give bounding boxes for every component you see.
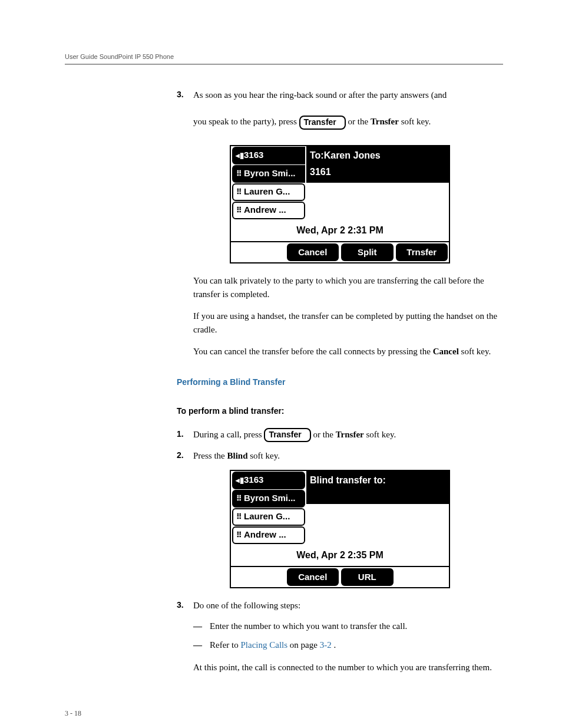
softkey-empty — [396, 568, 448, 587]
para-cancel: You can cancel the transfer before the c… — [193, 345, 503, 358]
blind-step-3: 3. Do one of the following steps: — [177, 599, 503, 612]
text: or the — [313, 430, 335, 439]
substep-refer: — Refer to Placing Calls on page 3-2 . — [193, 638, 503, 652]
text: Press the — [193, 451, 227, 460]
link-page-ref[interactable]: 3-2 — [320, 640, 332, 650]
transfer-hardkey: Transfer — [299, 116, 346, 130]
softkey-cancel[interactable]: Cancel — [287, 243, 339, 262]
text: As soon as you hear the ring-back sound … — [193, 90, 447, 100]
step-number: 2. — [177, 449, 193, 463]
phone-screen-blind: ◂▮ 3163 ⠿ Byron Smi... ⠿ Lauren G... ⠿ A… — [230, 470, 450, 589]
datetime: Wed, Apr 2 2:35 PM — [231, 545, 449, 566]
text: Enter the number to which you want to tr… — [210, 620, 407, 633]
contact-icon: ⠿ — [236, 529, 243, 541]
ext-label: 3163 — [244, 149, 263, 162]
step-number: 3. — [177, 599, 193, 612]
text: or the — [348, 117, 371, 126]
softkey-split[interactable]: Split — [341, 243, 394, 262]
blind-step-2: 2. Press the Blind soft key. — [177, 449, 503, 463]
contact-icon: ⠿ — [236, 511, 243, 523]
line-key-3[interactable]: ⠿ Andrew ... — [232, 202, 305, 219]
para-handset: If you are using a handset, the transfer… — [193, 309, 503, 336]
step-3: 3. As soon as you hear the ring-back sou… — [177, 88, 503, 138]
contact-icon: ⠿ — [236, 205, 243, 216]
softkey-trnsfer[interactable]: Trnsfer — [396, 243, 448, 262]
line-label: Lauren G... — [244, 510, 290, 523]
datetime: Wed, Apr 2 2:31 PM — [231, 220, 449, 241]
para-private-talk: You can talk privately to the party to w… — [193, 274, 503, 301]
softkey-name: Trnsfer — [336, 430, 364, 439]
speaker-icon: ◂▮ — [236, 150, 243, 162]
text: soft key. — [401, 117, 431, 126]
step-number: 1. — [177, 428, 193, 443]
text: Do one of the following steps: — [193, 601, 300, 610]
line-label: Byron Smi... — [244, 167, 296, 180]
line-key-2[interactable]: ⠿ Lauren G... — [232, 183, 305, 201]
line-key-3[interactable]: ⠿ Andrew ... — [232, 526, 305, 544]
subheading-perform: To perform a blind transfer: — [177, 405, 503, 417]
page-header: User Guide SoundPoint IP 550 Phone — [65, 53, 503, 65]
softkey-name: Blind — [227, 451, 248, 460]
softkey-url[interactable]: URL — [341, 568, 394, 587]
softkey-empty — [232, 568, 285, 587]
softkey-name: Trnsfer — [371, 117, 399, 126]
para-final: At this point, the call is connected to … — [193, 661, 503, 674]
softkey-empty — [232, 243, 285, 262]
call-header: Blind transfer to: — [306, 471, 449, 504]
text: on page — [290, 640, 320, 650]
line-key-ext[interactable]: ◂▮ 3163 — [232, 147, 305, 164]
dash-bullet: — — [193, 638, 210, 652]
text: soft key. — [461, 347, 491, 356]
line-key-1[interactable]: ⠿ Byron Smi... — [232, 490, 305, 508]
line-label: Byron Smi... — [244, 492, 296, 505]
dash-bullet: — — [193, 620, 210, 633]
line-key-1[interactable]: ⠿ Byron Smi... — [232, 165, 305, 183]
softkey-cancel[interactable]: Cancel — [287, 568, 339, 587]
text: you speak to the party), press — [193, 117, 299, 126]
phone-screen-transfer: ◂▮ 3163 ⠿ Byron Smi... ⠿ Lauren G... ⠿ A… — [230, 145, 450, 264]
heading-blind-transfer: Performing a Blind Transfer — [177, 376, 503, 388]
link-placing-calls[interactable]: Placing Calls — [240, 640, 287, 650]
line-label: Andrew ... — [244, 203, 286, 217]
page-number: 3 - 18 — [65, 709, 503, 718]
step-number: 3. — [177, 88, 193, 138]
transfer-hardkey: Transfer — [264, 428, 310, 442]
step-3-text: As soon as you hear the ring-back sound … — [193, 88, 503, 130]
softkey-name: Cancel — [433, 347, 459, 356]
contact-icon: ⠿ — [236, 186, 243, 198]
call-header: To:Karen Jones — [306, 146, 449, 165]
text: You can cancel the transfer before the c… — [193, 347, 433, 356]
line-label: Lauren G... — [244, 185, 290, 199]
softkey-row: Cancel URL — [231, 566, 449, 588]
softkey-row: Cancel Split Trnsfer — [231, 241, 449, 263]
text: During a call, press — [193, 430, 264, 439]
ext-label: 3163 — [244, 473, 263, 487]
contact-icon: ⠿ — [236, 493, 243, 505]
text: soft key. — [250, 451, 280, 460]
speaker-icon: ◂▮ — [236, 475, 243, 486]
line-key-2[interactable]: ⠿ Lauren G... — [232, 508, 305, 526]
call-number: 3161 — [306, 165, 449, 183]
text: soft key. — [366, 430, 396, 439]
main-content: 3. As soon as you hear the ring-back sou… — [177, 88, 503, 674]
line-label: Andrew ... — [244, 528, 286, 542]
blind-step-1: 1. During a call, press Transfer or the … — [177, 428, 503, 443]
substep-enter-number: — Enter the number to which you want to … — [193, 620, 503, 633]
line-key-ext[interactable]: ◂▮ 3163 — [232, 472, 305, 489]
text: Refer to — [210, 640, 240, 650]
contact-icon: ⠿ — [236, 168, 243, 180]
text: . — [333, 640, 336, 650]
